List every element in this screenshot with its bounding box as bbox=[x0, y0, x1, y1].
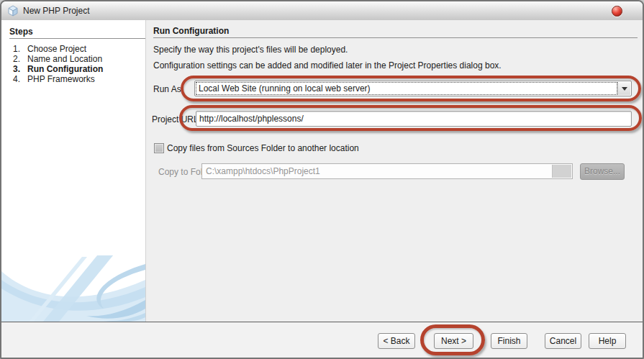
back-button[interactable]: < Back bbox=[378, 333, 415, 349]
step-number: 4. bbox=[13, 74, 20, 84]
finish-button[interactable]: Finish bbox=[491, 333, 527, 349]
step-number: 3. bbox=[13, 64, 20, 74]
step-number: 2. bbox=[13, 54, 20, 64]
steps-heading: Steps bbox=[9, 27, 33, 37]
copy-files-checkbox-label[interactable]: Copy files from Sources Folder to anothe… bbox=[167, 143, 359, 153]
step-item-run-configuration: 3. Run Configuration bbox=[1, 64, 145, 74]
help-button[interactable]: Help bbox=[589, 333, 626, 349]
main-content: Run Configuration Specify the way this p… bbox=[146, 20, 643, 322]
copy-to-folder-combobox: C:\xampp\htdocs\PhpProject1 bbox=[201, 163, 573, 179]
triangle-down-icon bbox=[622, 87, 627, 91]
page-title: Run Configuration bbox=[153, 26, 229, 36]
run-as-combobox[interactable]: Local Web Site (running on local web ser… bbox=[194, 81, 632, 96]
steps-sidebar: Steps 1. Choose Project 2. Name and Loca… bbox=[1, 20, 146, 322]
step-item-choose-project: 1. Choose Project bbox=[1, 44, 145, 54]
browse-button: Browse... bbox=[580, 163, 625, 180]
steps-heading-divider bbox=[9, 38, 145, 39]
watermark-swoosh-graphic bbox=[1, 255, 145, 322]
project-url-label: Project URL: bbox=[152, 114, 201, 124]
step-item-php-frameworks: 4. PHP Frameworks bbox=[1, 74, 145, 84]
step-label: Choose Project bbox=[27, 44, 86, 54]
step-label: PHP Frameworks bbox=[27, 74, 95, 84]
project-url-field[interactable]: http://localhost/phplessons/ bbox=[196, 111, 632, 127]
step-item-name-and-location: 2. Name and Location bbox=[1, 54, 145, 64]
copy-files-checkbox[interactable] bbox=[154, 143, 164, 153]
step-label: Run Configuration bbox=[27, 64, 103, 74]
step-number: 1. bbox=[13, 44, 20, 54]
title-bar[interactable]: New PHP Project bbox=[1, 1, 643, 21]
new-php-project-dialog: New PHP Project Steps 1. Choose Project … bbox=[0, 0, 644, 359]
cancel-button[interactable]: Cancel bbox=[545, 333, 581, 349]
copy-to-folder-value: C:\xampp\htdocs\PhpProject1 bbox=[203, 165, 552, 178]
page-title-divider bbox=[153, 37, 638, 38]
run-as-dropdown-button[interactable] bbox=[617, 82, 630, 95]
footer-button-bar: < Back Next > Finish Cancel Help bbox=[1, 322, 643, 358]
run-as-selected-value: Local Web Site (running on local web ser… bbox=[196, 83, 617, 94]
run-as-label: Run As: bbox=[153, 84, 183, 94]
next-button[interactable]: Next > bbox=[434, 333, 473, 349]
close-icon[interactable] bbox=[612, 6, 622, 17]
description-line-2: Configuration settings can be added and … bbox=[153, 60, 502, 71]
description-line-1: Specify the way this project's files wil… bbox=[153, 45, 348, 55]
window-title: New PHP Project bbox=[23, 6, 89, 16]
cube-icon bbox=[7, 5, 19, 17]
step-label: Name and Location bbox=[27, 54, 102, 64]
copy-to-folder-dropdown-button bbox=[552, 165, 571, 178]
